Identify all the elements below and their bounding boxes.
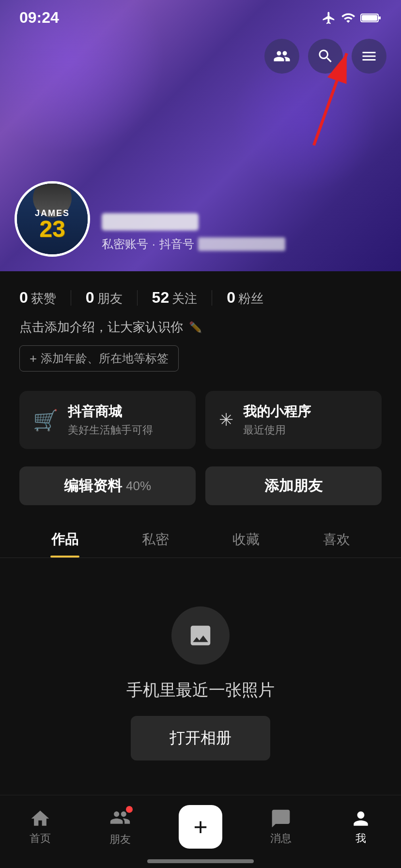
main-content: 0 获赞 0 朋友 52 关注 0 粉丝 点击添加介绍，让大家认识你 ✏️ + … bbox=[0, 271, 401, 790]
tabs-row: 作品 私密 收藏 喜欢 bbox=[0, 520, 401, 558]
friends-label: 朋友 bbox=[97, 290, 123, 307]
header-background: JAMES 23 私密账号 · 抖音号 bbox=[0, 0, 401, 271]
douyin-id-blur bbox=[198, 237, 285, 251]
stats-row: 0 获赞 0 朋友 52 关注 0 粉丝 bbox=[0, 271, 401, 319]
bio-placeholder: 点击添加介绍，让大家认识你 bbox=[19, 319, 183, 336]
open-album-button[interactable]: 打开相册 bbox=[131, 716, 270, 760]
plus-symbol: + bbox=[193, 815, 207, 839]
miniprogram-title: 我的小程序 bbox=[243, 403, 311, 421]
people-icon bbox=[273, 47, 291, 65]
svg-rect-2 bbox=[362, 15, 377, 21]
username-blur bbox=[102, 213, 199, 231]
profile-section: JAMES 23 私密账号 · 抖音号 bbox=[15, 181, 285, 257]
edit-profile-pct: 40% bbox=[126, 479, 151, 494]
followers-count: 0 bbox=[227, 289, 235, 307]
stat-divider-3 bbox=[212, 290, 212, 306]
likes-label: 获赞 bbox=[31, 290, 56, 307]
messages-icon bbox=[270, 808, 292, 829]
airplane-icon bbox=[322, 11, 336, 25]
search-icon bbox=[317, 47, 334, 65]
shop-row: 🛒 抖音商城 美好生活触手可得 ✳ 我的小程序 最近使用 bbox=[0, 381, 401, 459]
nav-me-label: 我 bbox=[355, 831, 366, 846]
tags-label: 添加年龄、所在地等标签 bbox=[41, 351, 169, 366]
action-row: 编辑资料 40% 添加朋友 bbox=[0, 459, 401, 520]
status-time: 09:24 bbox=[19, 9, 59, 27]
header-actions bbox=[264, 39, 386, 74]
friends-count: 0 bbox=[86, 289, 94, 307]
avatar-image: JAMES 23 bbox=[17, 184, 88, 254]
stat-friends[interactable]: 0 朋友 bbox=[86, 289, 123, 307]
stat-divider-1 bbox=[71, 290, 71, 306]
nav-home[interactable]: 首页 bbox=[0, 808, 80, 846]
miniprogram-info: 我的小程序 最近使用 bbox=[243, 403, 311, 437]
stat-followers[interactable]: 0 粉丝 bbox=[227, 289, 263, 307]
search-button[interactable] bbox=[308, 39, 343, 74]
following-count: 52 bbox=[152, 289, 170, 307]
edit-profile-label: 编辑资料 bbox=[64, 476, 122, 496]
plus-icon: + bbox=[30, 351, 37, 366]
home-bar bbox=[147, 859, 254, 863]
nav-me[interactable]: 我 bbox=[321, 808, 401, 846]
wifi-icon bbox=[341, 11, 355, 25]
tab-likes[interactable]: 喜欢 bbox=[291, 520, 382, 558]
tab-private[interactable]: 私密 bbox=[110, 520, 200, 558]
add-friend-button[interactable]: 添加朋友 bbox=[205, 466, 382, 505]
bio-text[interactable]: 点击添加介绍，让大家认识你 ✏️ bbox=[19, 319, 382, 336]
douyin-mall-button[interactable]: 🛒 抖音商城 美好生活触手可得 bbox=[19, 391, 196, 449]
status-bar: 09:24 bbox=[0, 0, 401, 31]
tab-likes-label: 喜欢 bbox=[323, 532, 350, 547]
photo-icon bbox=[187, 622, 214, 649]
profile-nav-icon bbox=[350, 808, 371, 829]
jersey-number: 23 bbox=[35, 217, 70, 241]
battery-icon bbox=[360, 11, 382, 25]
stat-following[interactable]: 52 关注 bbox=[152, 289, 198, 307]
tab-works-label: 作品 bbox=[51, 532, 78, 547]
miniprogram-icon: ✳ bbox=[219, 410, 233, 430]
nav-messages-label: 消息 bbox=[270, 831, 292, 846]
miniprogram-subtitle: 最近使用 bbox=[243, 423, 311, 437]
add-friend-label: 添加朋友 bbox=[264, 476, 323, 496]
tab-works[interactable]: 作品 bbox=[19, 520, 110, 558]
bottom-nav: 首页 朋友 + 消息 我 bbox=[0, 795, 401, 868]
miniprogram-button[interactable]: ✳ 我的小程序 最近使用 bbox=[205, 391, 382, 449]
status-icons bbox=[322, 11, 382, 25]
tab-favorites-label: 收藏 bbox=[232, 532, 260, 547]
friends-notification-dot bbox=[126, 806, 133, 813]
edit-icon: ✏️ bbox=[189, 321, 202, 334]
avatar[interactable]: JAMES 23 bbox=[15, 181, 90, 257]
hamburger-icon bbox=[360, 47, 378, 65]
svg-rect-1 bbox=[379, 16, 381, 19]
nav-friends[interactable]: 朋友 bbox=[80, 807, 161, 847]
cart-icon: 🛒 bbox=[33, 408, 58, 432]
nav-messages[interactable]: 消息 bbox=[241, 808, 321, 846]
profile-info: 私密账号 · 抖音号 bbox=[102, 213, 285, 257]
profile-sub: 私密账号 · 抖音号 bbox=[102, 236, 285, 252]
likes-count: 0 bbox=[19, 289, 28, 307]
friends-button[interactable] bbox=[264, 39, 299, 74]
mall-info: 抖音商城 美好生活触手可得 bbox=[68, 403, 153, 437]
create-button[interactable]: + bbox=[179, 805, 222, 849]
nav-home-label: 首页 bbox=[30, 831, 51, 846]
douyin-label: 抖音号 bbox=[159, 236, 194, 252]
followers-label: 粉丝 bbox=[238, 290, 263, 307]
edit-profile-button[interactable]: 编辑资料 40% bbox=[19, 466, 196, 505]
bio-section: 点击添加介绍，让大家认识你 ✏️ + 添加年龄、所在地等标签 bbox=[0, 319, 401, 381]
mall-title: 抖音商城 bbox=[68, 403, 153, 421]
empty-state: 手机里最近一张照片 打开相册 bbox=[0, 558, 401, 790]
empty-title: 手机里最近一张照片 bbox=[126, 679, 275, 701]
private-label: 私密账号 bbox=[102, 236, 148, 252]
friends-nav-wrap bbox=[109, 807, 131, 830]
open-album-label: 打开相册 bbox=[170, 729, 231, 746]
mall-subtitle: 美好生活触手可得 bbox=[68, 423, 153, 437]
nav-friends-label: 朋友 bbox=[109, 832, 131, 847]
tab-private-label: 私密 bbox=[142, 532, 169, 547]
add-tags-button[interactable]: + 添加年龄、所在地等标签 bbox=[19, 345, 179, 372]
tab-favorites[interactable]: 收藏 bbox=[200, 520, 291, 558]
nav-create[interactable]: + bbox=[160, 805, 241, 849]
stat-divider-2 bbox=[137, 290, 138, 306]
menu-button[interactable] bbox=[352, 39, 386, 74]
following-label: 关注 bbox=[172, 290, 197, 307]
empty-icon-circle bbox=[171, 606, 230, 665]
stat-likes[interactable]: 0 获赞 bbox=[19, 289, 56, 307]
home-icon bbox=[30, 808, 51, 829]
